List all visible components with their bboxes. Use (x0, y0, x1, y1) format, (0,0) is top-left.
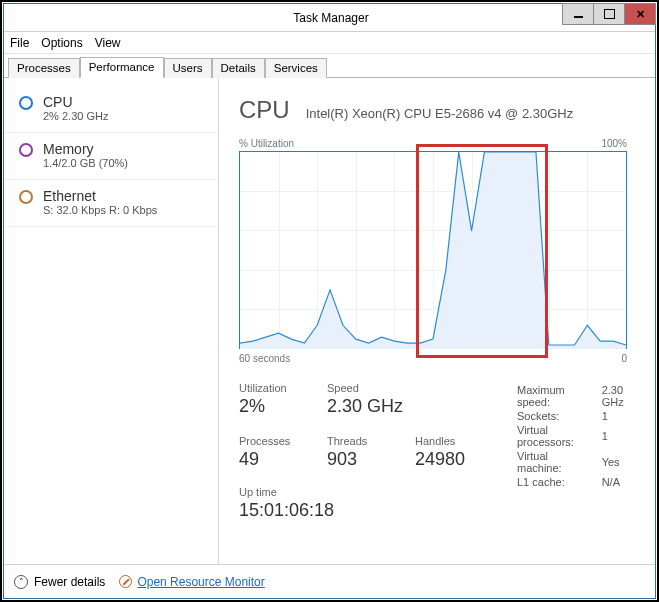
stat-utilization-value: 2% (239, 396, 299, 417)
stat-handles-value: 24980 (415, 449, 475, 470)
memory-ring-icon (19, 143, 33, 157)
minimize-button[interactable] (562, 3, 594, 25)
cpu-ring-icon (19, 96, 33, 110)
menu-file[interactable]: File (10, 36, 29, 50)
rs-vprocs-value: 1 (602, 424, 635, 448)
rs-l1-value: N/A (602, 476, 635, 488)
sidebar-item-memory[interactable]: Memory 1.4/2.0 GB (70%) (4, 133, 218, 180)
rs-maxspeed-label: Maximum speed: (517, 384, 600, 408)
stat-processes-label: Processes (239, 435, 299, 447)
rs-sockets-value: 1 (602, 410, 635, 422)
maximize-button[interactable] (593, 3, 625, 25)
task-manager-window: Task Manager ✕ File Options View Process… (3, 3, 656, 599)
sidebar-cpu-sub: 2% 2.30 GHz (43, 110, 108, 122)
stat-speed-value: 2.30 GHz (327, 396, 403, 417)
rs-l1-label: L1 cache: (517, 476, 600, 488)
rs-maxspeed-value: 2.30 GHz (602, 384, 635, 408)
stat-handles-label: Handles (415, 435, 475, 447)
menu-options[interactable]: Options (41, 36, 82, 50)
stat-processes-value: 49 (239, 449, 299, 470)
chart-y-max: 100% (601, 138, 627, 149)
tabbar: Processes Performance Users Details Serv… (4, 54, 655, 78)
tab-performance[interactable]: Performance (80, 57, 164, 78)
perf-sidebar: CPU 2% 2.30 GHz Memory 1.4/2.0 GB (70%) … (4, 78, 219, 564)
sidebar-ethernet-sub: S: 32.0 Kbps R: 0 Kbps (43, 204, 157, 216)
chart-x-right: 0 (621, 353, 627, 364)
sidebar-ethernet-label: Ethernet (43, 188, 157, 204)
stat-uptime-label: Up time (239, 486, 475, 498)
footer: ˄ Fewer details Open Resource Monitor (4, 564, 655, 598)
open-resource-monitor-link[interactable]: Open Resource Monitor (137, 575, 264, 589)
close-button[interactable]: ✕ (624, 3, 656, 25)
chart-y-label: % Utilization (239, 138, 294, 149)
stat-utilization-label: Utilization (239, 382, 299, 394)
perf-main: CPU Intel(R) Xeon(R) CPU E5-2686 v4 @ 2.… (219, 78, 655, 564)
tab-services[interactable]: Services (265, 58, 327, 78)
sidebar-memory-label: Memory (43, 141, 128, 157)
cpu-model: Intel(R) Xeon(R) CPU E5-2686 v4 @ 2.30GH… (306, 106, 574, 121)
tab-users[interactable]: Users (164, 58, 212, 78)
rs-sockets-label: Sockets: (517, 410, 600, 422)
fewer-details-button[interactable]: ˄ Fewer details (14, 575, 105, 589)
menu-view[interactable]: View (95, 36, 121, 50)
chart-x-left: 60 seconds (239, 353, 290, 364)
sidebar-item-ethernet[interactable]: Ethernet S: 32.0 Kbps R: 0 Kbps (4, 180, 218, 227)
fewer-details-label: Fewer details (34, 575, 105, 589)
stat-speed-label: Speed (327, 382, 403, 394)
rs-vm-label: Virtual machine: (517, 450, 600, 474)
cpu-side-stats: Maximum speed:2.30 GHz Sockets:1 Virtual… (515, 382, 637, 490)
menubar: File Options View (4, 32, 655, 54)
stat-threads-label: Threads (327, 435, 387, 447)
stat-threads-value: 903 (327, 449, 387, 470)
cpu-heading: CPU (239, 96, 290, 124)
rs-vm-value: Yes (602, 450, 635, 474)
open-resource-monitor[interactable]: Open Resource Monitor (119, 575, 264, 589)
window-title: Task Manager (100, 11, 562, 25)
cpu-utilization-chart[interactable] (239, 151, 627, 349)
titlebar: Task Manager ✕ (4, 4, 655, 32)
sidebar-cpu-label: CPU (43, 94, 108, 110)
rs-vprocs-label: Virtual processors: (517, 424, 600, 448)
stat-uptime-value: 15:01:06:18 (239, 500, 475, 521)
resource-monitor-icon (119, 575, 132, 588)
tab-processes[interactable]: Processes (8, 58, 80, 78)
cpu-line-path (240, 152, 626, 349)
sidebar-item-cpu[interactable]: CPU 2% 2.30 GHz (4, 86, 218, 133)
ethernet-ring-icon (19, 190, 33, 204)
sidebar-memory-sub: 1.4/2.0 GB (70%) (43, 157, 128, 169)
tab-details[interactable]: Details (212, 58, 265, 78)
chevron-up-icon: ˄ (14, 575, 28, 589)
